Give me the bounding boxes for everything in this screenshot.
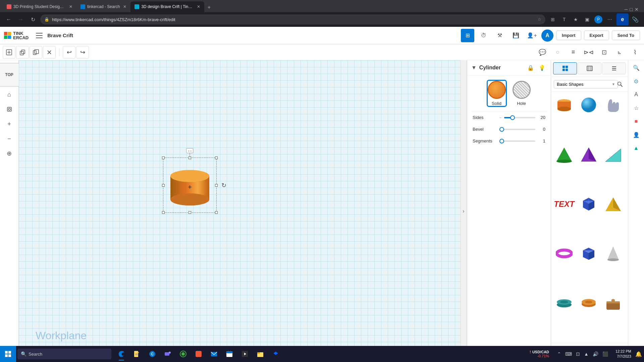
taskbar-search-bar[interactable]: 🔍 Search — [17, 349, 111, 359]
shapes-search-button[interactable] — [614, 79, 625, 89]
taskbar-explorer-button[interactable] — [253, 347, 268, 361]
user-avatar[interactable]: A — [541, 29, 553, 42]
handle-middle-left[interactable] — [162, 184, 165, 187]
taskbar-calendar-button[interactable] — [222, 347, 237, 361]
duplicate-button[interactable] — [30, 46, 42, 59]
send-to-button[interactable]: Send To — [612, 31, 640, 40]
segments-thumb[interactable] — [499, 139, 504, 143]
align-button[interactable]: ≡ — [567, 46, 580, 59]
tray-volume-icon[interactable]: 🔊 — [591, 351, 600, 357]
taskbar-teams-button[interactable] — [160, 347, 175, 361]
solid-option[interactable]: Solid — [488, 81, 506, 106]
translate-button[interactable]: T — [559, 15, 569, 24]
star-icon[interactable]: ☆ — [538, 17, 541, 22]
tray-network-icon[interactable]: ⊡ — [575, 351, 581, 357]
edge-translate-button[interactable]: A — [630, 88, 642, 101]
copy-button[interactable] — [16, 46, 29, 59]
shapes-grid-view-button[interactable] — [553, 62, 577, 74]
panel-expand-button[interactable]: › — [460, 60, 467, 362]
shape-item-pyramid-yellow[interactable] — [603, 194, 624, 215]
delete-button[interactable] — [43, 46, 56, 59]
center-button[interactable]: ⊕ — [3, 147, 16, 160]
panel-collapse-button[interactable]: ▼ — [471, 65, 477, 71]
forward-button[interactable]: → — [16, 15, 25, 24]
zoom-in-button[interactable]: + — [3, 117, 16, 131]
shape-item-cylinder[interactable] — [554, 95, 575, 115]
taskbar-clock[interactable]: 12:22 PM 7/7/2023 — [613, 348, 633, 360]
profile-browser-button[interactable]: P — [594, 15, 603, 24]
favorites-button[interactable]: ★ — [571, 15, 580, 24]
canvas-object-container[interactable]: - - ↻ — [163, 158, 217, 213]
tab-close-1[interactable]: ✕ — [69, 4, 72, 9]
back-button[interactable]: ← — [4, 15, 13, 24]
new-shape-button[interactable] — [3, 46, 15, 59]
shape-item-wedge[interactable] — [603, 144, 624, 165]
handle-bottom-center[interactable] — [189, 211, 191, 214]
measure-button[interactable]: ○ — [551, 46, 564, 59]
import-button[interactable]: Import — [556, 31, 581, 40]
view-cube[interactable]: TOP — [0, 63, 21, 86]
edge-search-button[interactable]: 🔍 — [630, 62, 642, 74]
taskbar-edge-button[interactable] — [114, 347, 129, 361]
taskbar-dropbox-button[interactable] — [268, 347, 283, 361]
maximize-button[interactable]: □ — [630, 7, 633, 12]
canvas-area[interactable]: Workplane - - — [19, 60, 460, 362]
address-bar[interactable]: 🔒 https://www.tinkercad.com/things/4ZSZm… — [40, 14, 545, 24]
fit-view-button[interactable] — [3, 103, 16, 116]
close-window-button[interactable]: ✕ — [635, 7, 639, 12]
workplane-button[interactable]: ⊾ — [613, 46, 626, 59]
edge-games-button[interactable]: ▲ — [630, 142, 642, 154]
zoom-out-button[interactable]: − — [3, 132, 16, 145]
panel-help-button[interactable]: 💡 — [537, 63, 547, 72]
build-button[interactable]: ⚒ — [493, 29, 506, 42]
tray-wifi-icon[interactable]: ▲ — [583, 351, 590, 357]
shapes-ruler-view-button[interactable] — [578, 62, 601, 74]
tab-tinkercad-design[interactable]: 3D design Brave Crift | Tinkercad ✕ — [130, 1, 204, 12]
sidebar-toggle[interactable]: 📎 — [631, 15, 640, 24]
shape-item-text[interactable]: TEXT — [554, 194, 575, 215]
extensions-button[interactable]: ⊞ — [548, 15, 557, 24]
save-button[interactable]: 💾 — [509, 29, 523, 42]
grid-view-button[interactable]: ⊞ — [461, 29, 474, 42]
edge-people-button[interactable]: 👤 — [630, 129, 642, 141]
shape-item-ring[interactable] — [554, 293, 575, 313]
sides-slider[interactable] — [504, 117, 535, 118]
shapes-list-view-button[interactable] — [602, 62, 626, 74]
sides-thumb[interactable] — [510, 115, 515, 120]
timer-button[interactable]: ⏱ — [477, 29, 490, 42]
handle-bottom-left[interactable] — [162, 211, 165, 214]
handle-top-center[interactable] — [189, 157, 191, 159]
tab-close-2[interactable]: ✕ — [123, 4, 126, 9]
handle-top-right[interactable] — [215, 157, 218, 159]
group-button[interactable]: ⊡ — [598, 46, 610, 59]
edge-outlook-button[interactable]: ⊙ — [630, 75, 642, 87]
collections-button[interactable]: ▣ — [582, 15, 592, 24]
shape-item-torus-orange[interactable] — [578, 293, 599, 313]
more-options-button[interactable]: ⋯ — [605, 15, 614, 24]
shapes-category-select[interactable]: Basic Shapes — [554, 80, 618, 88]
rotate-handle[interactable]: ↻ — [221, 182, 226, 189]
edge-favorites-button[interactable]: ☆ — [630, 102, 642, 114]
shape-item-torus[interactable] — [554, 243, 575, 264]
export-button[interactable]: Export — [584, 31, 609, 40]
minimize-button[interactable]: ─ — [625, 7, 628, 12]
shape-item-cone[interactable] — [554, 144, 575, 165]
shape-item-box[interactable] — [578, 243, 599, 264]
ruler-button[interactable]: ⌇ — [629, 46, 641, 59]
shape-item-cone-gray[interactable] — [603, 243, 624, 264]
bevel-slider[interactable] — [499, 129, 535, 130]
bevel-thumb[interactable] — [499, 127, 504, 132]
new-tab-button[interactable]: + — [204, 3, 214, 12]
taskbar-media-button[interactable] — [237, 347, 252, 361]
shape-item-pyramid[interactable] — [578, 144, 599, 165]
notification-button[interactable]: 🔔 — [633, 346, 644, 362]
tray-keyboard-icon[interactable]: ⌨ — [564, 351, 573, 357]
undo-button[interactable]: ↩ — [63, 46, 75, 59]
mirror-button[interactable]: ⊳⊲ — [582, 46, 595, 59]
tray-battery-icon[interactable]: ⬛ — [601, 351, 609, 357]
handle-middle-right[interactable] — [215, 184, 218, 187]
redo-button[interactable]: ↪ — [76, 46, 89, 59]
refresh-button[interactable]: ↻ — [28, 15, 38, 24]
shape-item-cube[interactable] — [578, 194, 599, 215]
forex-info[interactable]: ! USD/CAD -0.71% — [527, 350, 552, 358]
